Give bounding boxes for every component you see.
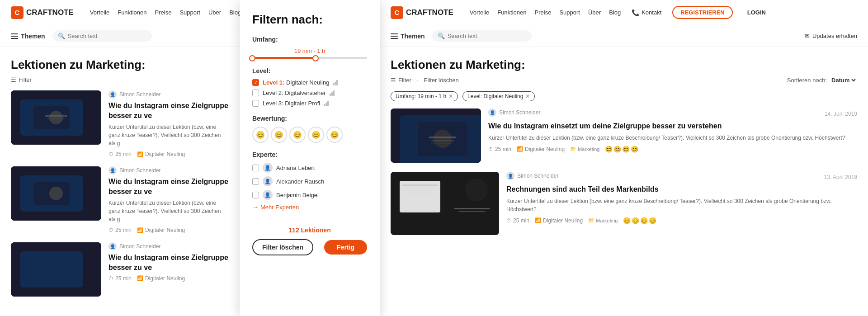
lesson-title-1-left[interactable]: Wie du Instagram einse Zielgruppe besser… (108, 101, 229, 120)
logo-right[interactable]: C CRAFTNOTE (391, 6, 453, 19)
expert-option-3[interactable]: 👤 Benjamin Beigel (252, 190, 367, 200)
filter-count-label: 112 Lektionen (252, 226, 367, 234)
register-btn[interactable]: REGISTRIEREN (672, 6, 733, 19)
brand-name-left: CRAFTNOTE (26, 8, 74, 17)
lesson-author-2-left: 👤 Simon Schneider (108, 166, 229, 175)
filter-level-2[interactable]: Level 2: Digitalversteher (252, 90, 367, 96)
nav-links-left: Vorteile Funktionen Preise Support Über … (90, 9, 240, 16)
filter-level-3[interactable]: Level 3: Digitaler Profi (252, 100, 367, 107)
nav-vorteile-left[interactable]: Vorteile (90, 9, 109, 16)
brand-name-right: CRAFTNOTE (406, 8, 453, 17)
rating-btn-2[interactable]: 😊 (271, 127, 287, 143)
search-box-right[interactable]: 🔍 (432, 30, 532, 42)
chip-close-icon-2[interactable]: ✕ (525, 93, 530, 99)
nav-blog-right[interactable]: Blog (609, 9, 621, 16)
active-filter-chip-2[interactable]: Level: Digitaler Neuling ✕ (462, 91, 535, 101)
page-body-left: Lektionen zu Marketing: ☰ Filter (0, 47, 240, 297)
toolbar-right: Themen 🔍 ✉ Updates erhalten (380, 25, 868, 47)
active-filter-chip-1[interactable]: Umfang: 19 min - 1 h ✕ (391, 91, 458, 101)
lesson-thumb-1-right[interactable] (391, 108, 481, 163)
range-handle-left[interactable] (249, 55, 255, 61)
expert-option-2[interactable]: 👤 Alexander Rausch (252, 176, 367, 186)
sort-select[interactable]: Datum (830, 76, 857, 84)
checkbox-level-2[interactable] (252, 90, 259, 96)
lesson-meta-3-left: ⏱ 25 min 📶 Digitaler Neuling (108, 275, 229, 282)
search-input-left[interactable] (68, 33, 146, 39)
checkbox-expert-1[interactable] (252, 165, 259, 171)
rating-btn-1[interactable]: 😊 (252, 127, 269, 143)
rating-btn-5[interactable]: 😊 (326, 127, 343, 143)
nav-support-left[interactable]: Support (179, 9, 200, 16)
more-experts-btn[interactable]: → Mehr Experten (252, 203, 367, 211)
nav-links-right: Vorteile Funktionen Preise Support Über … (470, 9, 621, 16)
lesson-info-1-right: 👤 Simon Schneider 14. Juni 2019 Wie du I… (488, 108, 857, 153)
nav-preise-right[interactable]: Preise (535, 9, 552, 16)
expert-option-1[interactable]: 👤 Adriana Lebert (252, 163, 367, 173)
nav-phone-right[interactable]: 📞 Kontakt (632, 9, 661, 16)
nav-ueber-left[interactable]: Über (208, 9, 221, 16)
filter-icon-right: ☰ (391, 77, 396, 84)
filter-btn-right[interactable]: ☰ Filter (391, 77, 411, 84)
author-name-2-right: Simon Schneider (517, 173, 558, 179)
expert-avatar-3: 👤 (263, 190, 273, 200)
themen-btn-left[interactable]: Themen (11, 33, 45, 40)
rating-btn-4[interactable]: 😊 (308, 127, 324, 143)
lesson-desc-1-left: Kurzer Untertitel zu dieser Lektion (bzw… (108, 123, 229, 147)
duration-3-left: ⏱ 25 min (108, 275, 132, 282)
login-btn[interactable]: LOGIN (747, 9, 766, 16)
svg-rect-28 (458, 211, 486, 212)
checkbox-expert-2[interactable] (252, 178, 259, 185)
lesson-title-3-left[interactable]: Wie du Instagram einse Zielgruppe besser… (108, 253, 229, 272)
level-2-name: Digitalversteher (285, 90, 326, 96)
updates-btn[interactable]: ✉ Updates erhalten (805, 33, 857, 39)
lesson-title-2-right[interactable]: Rechnungen sind auch Teil des Markenbild… (506, 184, 857, 194)
logo-left[interactable]: C CRAFTNOTE (11, 6, 74, 19)
logo-icon-left: C (11, 6, 24, 19)
lesson-thumb-2-left[interactable] (11, 166, 101, 221)
lesson-card-1-left: 👤 Simon Schneider Wie du Instagram einse… (11, 90, 229, 157)
lesson-card-2-left: 👤 Simon Schneider Wie du Instagram einse… (11, 166, 229, 233)
level-3-name: Digitaler Profi (285, 100, 320, 107)
search-input-right[interactable] (448, 33, 526, 39)
range-track[interactable] (252, 57, 367, 59)
nav-blog-left[interactable]: Blog (229, 9, 240, 16)
updates-icon: ✉ (805, 33, 810, 39)
nav-ueber-right[interactable]: Über (588, 9, 601, 16)
lesson-title-1-right[interactable]: Wie du Instagram einsetzt um deine Zielg… (488, 121, 857, 131)
filter-loeschen-btn[interactable]: Filter löschen (424, 77, 459, 84)
search-box-left[interactable]: 🔍 (52, 30, 152, 42)
filter-label-right: Filter (398, 77, 411, 84)
nav-preise-left[interactable]: Preise (155, 9, 172, 16)
checkbox-level-3[interactable] (252, 100, 259, 107)
themen-btn-right[interactable]: Themen (391, 33, 425, 40)
active-filter-label-2: Level: Digitaler Neuling (467, 93, 523, 99)
phone-icon-right: 📞 (632, 9, 639, 16)
filter-level-1[interactable]: ✓ Level 1: Digitaler Neuling (252, 79, 367, 86)
range-handle-right[interactable] (312, 55, 319, 61)
duration-2-right: ⏱ 25 min (506, 217, 529, 224)
lesson-thumb-1-left[interactable] (11, 90, 101, 145)
nav-funktionen-left[interactable]: Funktionen (118, 9, 146, 16)
filter-clear-btn[interactable]: Filter löschen (252, 239, 313, 255)
filter-bewertung-section: Bewertung: 😊 😊 😊 😊 😊 (252, 115, 367, 143)
lesson-date-1-right: 14. Juni 2019 (825, 111, 857, 117)
lesson-title-2-left[interactable]: Wie du Instagram einse Zielgruppe besser… (108, 177, 229, 196)
lesson-desc-2-right: Kurzer Untertitel zu dieser Lektion (bzw… (506, 197, 857, 213)
lesson-thumb-3-left[interactable] (11, 242, 101, 297)
clock-icon-2-left: ⏱ (108, 227, 113, 233)
nav-vorteile-right[interactable]: Vorteile (470, 9, 489, 16)
chip-close-icon-1[interactable]: ✕ (448, 93, 453, 99)
rating-btn-3[interactable]: 😊 (289, 127, 306, 143)
lesson-thumb-2-right[interactable] (391, 172, 499, 235)
filter-row-left: ☰ Filter (11, 76, 229, 83)
checkbox-level-1[interactable]: ✓ (252, 79, 259, 86)
filter-done-btn[interactable]: Fertig (324, 240, 367, 255)
checkbox-expert-3[interactable] (252, 192, 259, 198)
filter-row-right: ☰ Filter · Filter löschen Sortieren nach… (391, 76, 857, 84)
filter-level-title: Level: (252, 67, 367, 75)
nav-support-right[interactable]: Support (559, 9, 580, 16)
nav-funktionen-right[interactable]: Funktionen (497, 9, 526, 16)
filter-rating-row: 😊 😊 😊 😊 😊 (252, 127, 367, 143)
author-avatar-2-right: 👤 (506, 172, 514, 180)
filter-btn-left[interactable]: ☰ Filter (11, 76, 32, 83)
